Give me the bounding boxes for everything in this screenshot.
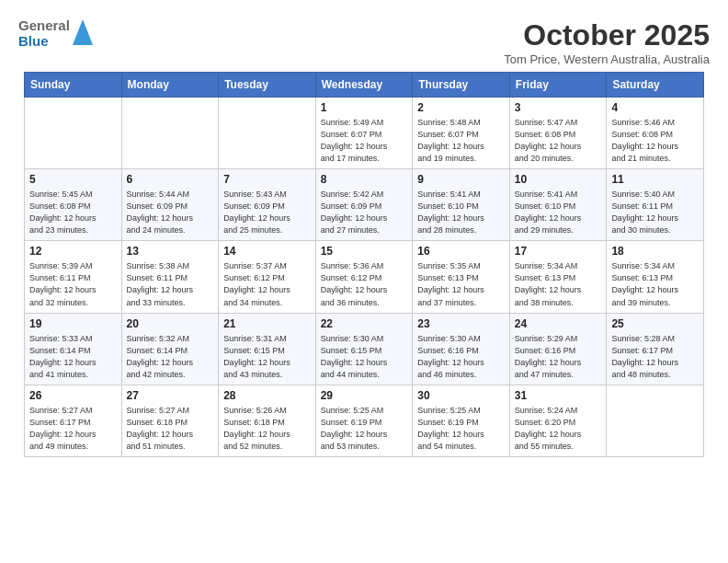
day-number: 23 <box>417 317 505 330</box>
day-number: 9 <box>417 173 505 186</box>
day-number: 13 <box>127 245 214 258</box>
day-number: 19 <box>29 317 117 330</box>
day-number: 30 <box>417 389 505 402</box>
day-info: Sunrise: 5:27 AMSunset: 6:18 PMDaylight:… <box>127 405 214 453</box>
day-number: 14 <box>223 245 311 258</box>
day-info: Sunrise: 5:34 AMSunset: 6:13 PMDaylight:… <box>611 260 699 308</box>
calendar-week-row: 5Sunrise: 5:45 AMSunset: 6:08 PMDaylight… <box>25 169 704 241</box>
col-thursday: Thursday <box>413 73 510 98</box>
table-row: 31Sunrise: 5:24 AMSunset: 6:20 PMDayligh… <box>509 385 607 456</box>
day-info: Sunrise: 5:41 AMSunset: 6:10 PMDaylight:… <box>515 189 602 236</box>
col-monday: Monday <box>121 73 219 98</box>
day-info: Sunrise: 5:43 AMSunset: 6:09 PMDaylight:… <box>223 189 311 236</box>
day-number: 3 <box>515 101 602 114</box>
table-row: 11Sunrise: 5:40 AMSunset: 6:11 PMDayligh… <box>607 169 704 241</box>
col-friday: Friday <box>509 73 607 98</box>
day-number: 2 <box>417 101 505 114</box>
day-number: 4 <box>611 101 699 114</box>
day-number: 20 <box>127 317 214 330</box>
day-number: 15 <box>321 245 408 258</box>
table-row: 17Sunrise: 5:34 AMSunset: 6:13 PMDayligh… <box>509 241 607 313</box>
day-info: Sunrise: 5:27 AMSunset: 6:17 PMDaylight:… <box>29 405 117 453</box>
day-info: Sunrise: 5:47 AMSunset: 6:08 PMDaylight:… <box>515 117 602 165</box>
table-row: 2Sunrise: 5:48 AMSunset: 6:07 PMDaylight… <box>413 98 510 169</box>
calendar-week-row: 19Sunrise: 5:33 AMSunset: 6:14 PMDayligh… <box>25 313 704 385</box>
header: General Blue October 2025 Tom Price, Wes… <box>9 9 719 72</box>
day-number: 24 <box>515 317 602 330</box>
day-number: 5 <box>29 173 117 186</box>
day-info: Sunrise: 5:46 AMSunset: 6:08 PMDaylight:… <box>611 117 699 165</box>
table-row: 15Sunrise: 5:36 AMSunset: 6:12 PMDayligh… <box>315 241 413 313</box>
day-number: 29 <box>321 389 408 402</box>
svg-marker-0 <box>73 19 93 45</box>
table-row: 7Sunrise: 5:43 AMSunset: 6:09 PMDaylight… <box>219 169 316 241</box>
table-row: 22Sunrise: 5:30 AMSunset: 6:15 PMDayligh… <box>315 313 413 385</box>
day-info: Sunrise: 5:39 AMSunset: 6:11 PMDaylight:… <box>29 260 117 308</box>
day-number: 26 <box>29 389 117 402</box>
table-row <box>25 98 122 169</box>
table-row: 19Sunrise: 5:33 AMSunset: 6:14 PMDayligh… <box>25 313 122 385</box>
day-info: Sunrise: 5:48 AMSunset: 6:07 PMDaylight:… <box>417 117 505 165</box>
table-row: 27Sunrise: 5:27 AMSunset: 6:18 PMDayligh… <box>121 385 219 456</box>
table-row: 6Sunrise: 5:44 AMSunset: 6:09 PMDaylight… <box>121 169 219 241</box>
table-row: 29Sunrise: 5:25 AMSunset: 6:19 PMDayligh… <box>315 385 413 456</box>
col-sunday: Sunday <box>25 73 122 98</box>
day-info: Sunrise: 5:34 AMSunset: 6:13 PMDaylight:… <box>515 260 602 308</box>
day-number: 7 <box>223 173 311 186</box>
day-number: 12 <box>29 245 117 258</box>
logo-blue-text: Blue <box>18 34 70 50</box>
day-info: Sunrise: 5:30 AMSunset: 6:15 PMDaylight:… <box>321 333 408 381</box>
table-row: 13Sunrise: 5:38 AMSunset: 6:11 PMDayligh… <box>121 241 219 313</box>
day-info: Sunrise: 5:36 AMSunset: 6:12 PMDaylight:… <box>321 260 408 308</box>
day-info: Sunrise: 5:35 AMSunset: 6:13 PMDaylight:… <box>417 260 505 308</box>
calendar-table: Sunday Monday Tuesday Wednesday Thursday… <box>24 72 704 457</box>
title-area: October 2025 Tom Price, Western Australi… <box>504 18 710 66</box>
calendar-header-row: Sunday Monday Tuesday Wednesday Thursday… <box>25 73 704 98</box>
table-row: 5Sunrise: 5:45 AMSunset: 6:08 PMDaylight… <box>25 169 122 241</box>
calendar-wrapper: Sunday Monday Tuesday Wednesday Thursday… <box>9 72 719 457</box>
day-info: Sunrise: 5:31 AMSunset: 6:15 PMDaylight:… <box>223 333 311 381</box>
day-info: Sunrise: 5:45 AMSunset: 6:08 PMDaylight:… <box>29 189 117 236</box>
table-row: 24Sunrise: 5:29 AMSunset: 6:16 PMDayligh… <box>509 313 607 385</box>
day-info: Sunrise: 5:25 AMSunset: 6:19 PMDaylight:… <box>321 405 408 453</box>
table-row: 20Sunrise: 5:32 AMSunset: 6:14 PMDayligh… <box>121 313 219 385</box>
table-row: 18Sunrise: 5:34 AMSunset: 6:13 PMDayligh… <box>607 241 704 313</box>
day-info: Sunrise: 5:40 AMSunset: 6:11 PMDaylight:… <box>611 189 699 236</box>
day-info: Sunrise: 5:28 AMSunset: 6:17 PMDaylight:… <box>611 333 699 381</box>
day-number: 17 <box>515 245 602 258</box>
calendar-week-row: 1Sunrise: 5:49 AMSunset: 6:07 PMDaylight… <box>25 98 704 169</box>
day-info: Sunrise: 5:33 AMSunset: 6:14 PMDaylight:… <box>29 333 117 381</box>
table-row: 21Sunrise: 5:31 AMSunset: 6:15 PMDayligh… <box>219 313 316 385</box>
month-title: October 2025 <box>504 18 710 52</box>
day-info: Sunrise: 5:38 AMSunset: 6:11 PMDaylight:… <box>127 260 214 308</box>
day-info: Sunrise: 5:32 AMSunset: 6:14 PMDaylight:… <box>127 333 214 381</box>
table-row: 28Sunrise: 5:26 AMSunset: 6:18 PMDayligh… <box>219 385 316 456</box>
day-number: 27 <box>127 389 214 402</box>
table-row: 12Sunrise: 5:39 AMSunset: 6:11 PMDayligh… <box>25 241 122 313</box>
day-number: 11 <box>611 173 699 186</box>
table-row: 25Sunrise: 5:28 AMSunset: 6:17 PMDayligh… <box>607 313 704 385</box>
day-number: 31 <box>515 389 602 402</box>
day-number: 1 <box>321 101 408 114</box>
table-row <box>121 98 219 169</box>
calendar-week-row: 26Sunrise: 5:27 AMSunset: 6:17 PMDayligh… <box>25 385 704 456</box>
logo: General Blue <box>18 18 93 49</box>
table-row: 3Sunrise: 5:47 AMSunset: 6:08 PMDaylight… <box>509 98 607 169</box>
col-tuesday: Tuesday <box>219 73 316 98</box>
day-info: Sunrise: 5:24 AMSunset: 6:20 PMDaylight:… <box>515 405 602 453</box>
table-row: 9Sunrise: 5:41 AMSunset: 6:10 PMDaylight… <box>413 169 510 241</box>
day-number: 28 <box>223 389 311 402</box>
day-number: 21 <box>223 317 311 330</box>
day-info: Sunrise: 5:41 AMSunset: 6:10 PMDaylight:… <box>417 189 505 236</box>
day-number: 8 <box>321 173 408 186</box>
day-number: 18 <box>611 245 699 258</box>
day-info: Sunrise: 5:37 AMSunset: 6:12 PMDaylight:… <box>223 260 311 308</box>
day-number: 6 <box>127 173 214 186</box>
day-info: Sunrise: 5:42 AMSunset: 6:09 PMDaylight:… <box>321 189 408 236</box>
col-wednesday: Wednesday <box>315 73 413 98</box>
day-number: 10 <box>515 173 602 186</box>
logo-icon <box>73 19 93 45</box>
table-row: 23Sunrise: 5:30 AMSunset: 6:16 PMDayligh… <box>413 313 510 385</box>
day-info: Sunrise: 5:44 AMSunset: 6:09 PMDaylight:… <box>127 189 214 236</box>
table-row: 10Sunrise: 5:41 AMSunset: 6:10 PMDayligh… <box>509 169 607 241</box>
